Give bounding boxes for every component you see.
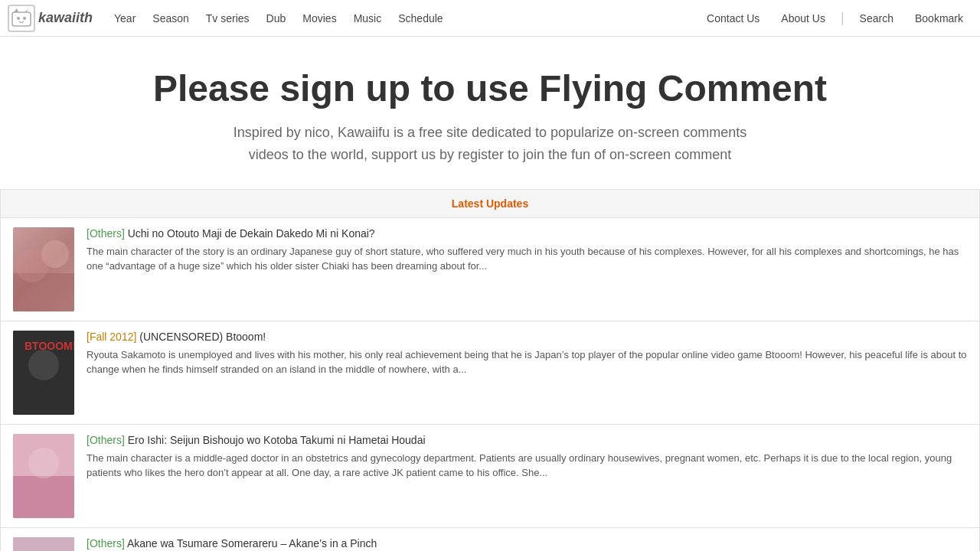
anime-thumb-1[interactable] (13, 227, 74, 311)
latest-updates-section: Latest Updates [Others] Uchi no Otouto M… (0, 189, 980, 551)
latest-updates-header: Latest Updates (1, 190, 979, 218)
anime-title-line-3: [Others] Ero Ishi: Seijun Bishoujo wo Ko… (87, 434, 967, 446)
anime-thumb-3[interactable] (13, 434, 74, 518)
hero-subtitle-line1: Inspired by nico, Kawaiifu is a free sit… (234, 125, 746, 140)
anime-tag-3[interactable]: [Others] (87, 434, 125, 446)
svg-point-15 (28, 448, 59, 478)
anime-item-2: BTOOOM! [Fall 2012] (UNCENSORED) Btooom!… (1, 321, 979, 425)
anime-desc-2: Ryouta Sakamoto is unemployed and lives … (87, 347, 967, 377)
svg-point-8 (15, 249, 49, 282)
svg-point-3 (17, 17, 20, 20)
anime-info-1: [Others] Uchi no Otouto Maji de Dekain D… (87, 227, 967, 274)
anime-item-3: [Others] Ero Ishi: Seijun Bishoujo wo Ko… (1, 425, 979, 528)
svg-rect-14 (13, 476, 74, 518)
latest-updates-title: Latest Updates (452, 197, 528, 210)
nav-link-dub[interactable]: Dub (260, 9, 292, 28)
nav-link-year[interactable]: Year (108, 9, 142, 28)
anime-thumb-4[interactable] (13, 537, 74, 551)
svg-point-11 (28, 350, 59, 380)
about-link[interactable]: About Us (772, 9, 835, 28)
svg-point-4 (23, 17, 26, 20)
anime-title-line-2: [Fall 2012] (UNCENSORED) Btooom! (87, 331, 967, 343)
nav-link-season[interactable]: Season (146, 9, 194, 28)
nav-link-schedule[interactable]: Schedule (392, 9, 449, 28)
anime-thumb-2[interactable]: BTOOOM! (13, 331, 74, 415)
contact-link[interactable]: Contact Us (697, 9, 769, 28)
anime-title-text-1: Uchi no Otouto Maji de Dekain Dakedo Mi … (128, 227, 375, 240)
nav-right: Contact Us About Us | Search Bookmark (697, 9, 972, 28)
anime-title-line-1: [Others] Uchi no Otouto Maji de Dekain D… (87, 227, 967, 240)
anime-title-line-4: [Others] Akane wa Tsumare Somerareru – A… (87, 537, 967, 549)
anime-title-text-3: Ero Ishi: Seijun Bishoujo wo Kotoba Taku… (128, 434, 426, 446)
anime-desc-3: The main character is a middle-aged doct… (87, 451, 967, 481)
anime-info-2: [Fall 2012] (UNCENSORED) Btooom! Ryouta … (87, 331, 967, 377)
svg-marker-1 (14, 8, 18, 12)
hero-subtitle-line2: videos to the world, support us by regis… (249, 147, 731, 162)
anime-desc-1: The main character of the story is an or… (87, 244, 967, 274)
svg-text:BTOOOM!: BTOOOM! (24, 340, 74, 352)
anime-tag-2[interactable]: [Fall 2012] (87, 331, 136, 343)
nav-separator-1: | (841, 10, 844, 26)
navbar: kawaiith Year Season Tv series Dub Movie… (0, 0, 980, 37)
nav-link-tv-series[interactable]: Tv series (200, 9, 256, 28)
svg-rect-16 (13, 537, 74, 551)
svg-rect-0 (12, 12, 31, 26)
logo-icon (8, 5, 35, 32)
anime-tag-4[interactable]: [Others] (87, 537, 125, 549)
anime-item-1: [Others] Uchi no Otouto Maji de Dekain D… (1, 218, 979, 321)
hero-title: Please sign up to use Flying Comment (15, 67, 965, 109)
nav-link-movies[interactable]: Movies (296, 9, 342, 28)
anime-title-text-2: (UNCENSORED) Btooom! (139, 331, 266, 343)
nav-link-music[interactable]: Music (348, 9, 388, 28)
anime-item-4: [Others] Akane wa Tsumare Somerareru – A… (1, 528, 979, 551)
anime-tag-1[interactable]: [Others] (87, 227, 125, 240)
search-link[interactable]: Search (851, 9, 903, 28)
anime-info-4: [Others] Akane wa Tsumare Somerareru – A… (87, 537, 967, 551)
logo-area[interactable]: kawaiith (8, 5, 93, 32)
bookmark-link[interactable]: Bookmark (906, 9, 972, 28)
nav-links: Year Season Tv series Dub Movies Music S… (108, 9, 697, 28)
logo-text: kawaiith (38, 10, 93, 26)
anime-title-text-4: Akane wa Tsumare Somerareru – Akane’s in… (127, 537, 377, 549)
hero-section: Please sign up to use Flying Comment Ins… (0, 37, 980, 189)
anime-info-3: [Others] Ero Ishi: Seijun Bishoujo wo Ko… (87, 434, 967, 481)
hero-subtitle: Inspired by nico, Kawaiifu is a free sit… (15, 122, 965, 166)
